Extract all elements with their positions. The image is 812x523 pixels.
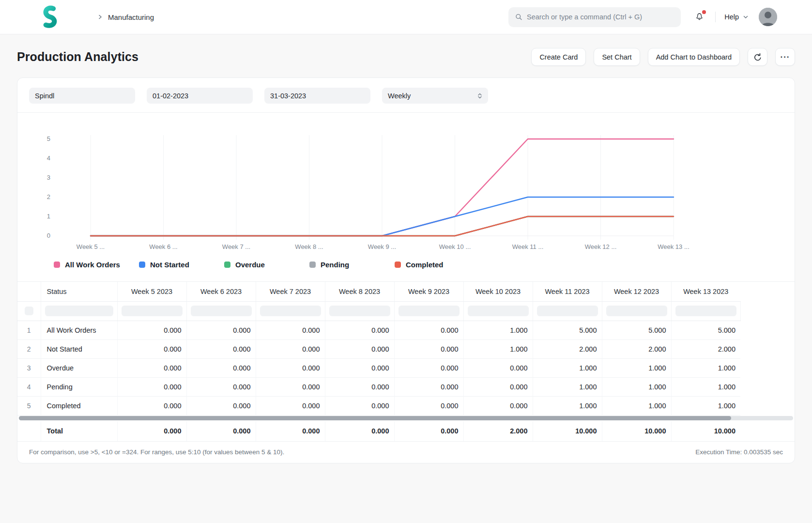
- filter-cell: [394, 301, 463, 321]
- help-label: Help: [724, 13, 739, 21]
- svg-text:Week 11 ...: Week 11 ...: [512, 243, 544, 250]
- column-filter-input[interactable]: [122, 306, 183, 316]
- value-cell: 1.000: [602, 396, 671, 415]
- legend-item[interactable]: Not Started: [139, 261, 224, 269]
- value-cell: 1.000: [602, 377, 671, 396]
- svg-text:Week 10 ...: Week 10 ...: [439, 243, 471, 250]
- value-cell: 0.000: [394, 339, 463, 358]
- chart-legend: All Work OrdersNot StartedOverduePending…: [29, 255, 783, 281]
- breadcrumb-item-manufacturing[interactable]: Manufacturing: [108, 13, 154, 21]
- value-cell: 0.000: [186, 396, 256, 415]
- scrollbar-thumb[interactable]: [19, 416, 731, 420]
- filter-cell: [533, 301, 602, 321]
- value-cell: 1.000: [671, 358, 740, 377]
- global-search[interactable]: [508, 7, 681, 27]
- column-filter-input[interactable]: [398, 306, 460, 316]
- svg-text:Week 13 ...: Week 13 ...: [658, 243, 689, 250]
- value-cell: 0.000: [325, 396, 394, 415]
- column-filter-input[interactable]: [606, 306, 667, 316]
- user-avatar[interactable]: [759, 8, 777, 26]
- line-chart: Week 5 ...Week 6 ...Week 7 ...Week 8 ...…: [17, 113, 795, 281]
- value-cell: 0.000: [325, 358, 394, 377]
- notification-dot: [702, 10, 706, 14]
- column-filter-input[interactable]: [675, 306, 736, 316]
- total-value-cell: 10.000: [533, 421, 602, 441]
- legend-item[interactable]: Overdue: [224, 261, 309, 269]
- svg-text:3: 3: [47, 174, 50, 181]
- column-filter-input[interactable]: [468, 306, 529, 316]
- column-filter-input[interactable]: [191, 306, 252, 316]
- value-cell: 1.000: [671, 396, 740, 415]
- help-menu[interactable]: Help: [724, 13, 749, 21]
- total-table: Total0.0000.0000.0000.0000.0002.00010.00…: [17, 421, 740, 441]
- app-logo[interactable]: [39, 4, 59, 30]
- create-card-button[interactable]: Create Card: [531, 48, 586, 66]
- legend-label: Completed: [406, 261, 444, 269]
- legend-swatch: [54, 262, 60, 268]
- value-cell: 0.000: [117, 321, 186, 339]
- value-cell: 0.000: [463, 377, 533, 396]
- total-value-cell: 0.000: [325, 421, 394, 441]
- column-filter-input[interactable]: [45, 306, 113, 316]
- value-cell: 5.000: [602, 321, 671, 339]
- legend-item[interactable]: All Work Orders: [54, 261, 139, 269]
- value-cell: 5.000: [533, 321, 602, 339]
- column-header[interactable]: Week 11 2023: [533, 282, 602, 301]
- svg-text:1: 1: [47, 213, 50, 220]
- page-header: Production Analytics Create Card Set Cha…: [0, 48, 812, 66]
- column-filter-input[interactable]: [537, 306, 598, 316]
- horizontal-scrollbar[interactable]: [19, 416, 793, 420]
- row-filter-box[interactable]: [25, 307, 33, 315]
- frequency-select[interactable]: Weekly: [382, 88, 488, 104]
- row-index: 4: [17, 377, 41, 396]
- search-input[interactable]: [527, 13, 674, 21]
- avatar-image: [759, 8, 777, 26]
- row-index-header: [17, 282, 41, 301]
- column-header[interactable]: Week 8 2023: [325, 282, 394, 301]
- total-label: Total: [41, 421, 117, 441]
- column-header[interactable]: Status: [41, 282, 117, 301]
- column-filter-input[interactable]: [260, 306, 321, 316]
- row-index: 5: [17, 396, 41, 415]
- status-cell: Completed: [41, 396, 117, 415]
- legend-item[interactable]: Pending: [309, 261, 395, 269]
- total-value-cell: 2.000: [463, 421, 533, 441]
- filter-cell: [17, 301, 41, 321]
- from-date-input[interactable]: [147, 88, 253, 104]
- column-header[interactable]: Week 9 2023: [394, 282, 463, 301]
- row-index: 2: [17, 339, 41, 358]
- more-menu-button[interactable]: ···: [775, 48, 795, 66]
- svg-text:4: 4: [47, 154, 50, 162]
- value-cell: 0.000: [256, 377, 325, 396]
- name-filter-input[interactable]: [29, 88, 135, 104]
- legend-swatch: [139, 262, 145, 268]
- to-date-input[interactable]: [264, 88, 370, 104]
- status-cell: Overdue: [41, 358, 117, 377]
- column-header[interactable]: Week 6 2023: [186, 282, 256, 301]
- table-row: 2Not Started0.0000.0000.0000.0000.0001.0…: [17, 339, 740, 358]
- column-header[interactable]: Week 10 2023: [463, 282, 533, 301]
- value-cell: 0.000: [256, 321, 325, 339]
- svg-text:Week 7 ...: Week 7 ...: [222, 243, 250, 250]
- column-header[interactable]: Week 13 2023: [671, 282, 740, 301]
- value-cell: 1.000: [533, 358, 602, 377]
- column-header[interactable]: Week 12 2023: [602, 282, 671, 301]
- refresh-button[interactable]: [748, 48, 767, 66]
- value-cell: 1.000: [602, 358, 671, 377]
- value-cell: 2.000: [533, 339, 602, 358]
- total-row: Total0.0000.0000.0000.0000.0002.00010.00…: [17, 421, 740, 441]
- set-chart-button[interactable]: Set Chart: [594, 48, 640, 66]
- value-cell: 2.000: [602, 339, 671, 358]
- filter-cell: [671, 301, 740, 321]
- column-header[interactable]: Week 7 2023: [256, 282, 325, 301]
- notifications-button[interactable]: [694, 11, 705, 23]
- value-cell: 0.000: [117, 396, 186, 415]
- chart-canvas: Week 5 ...Week 6 ...Week 7 ...Week 8 ...…: [29, 123, 783, 253]
- breadcrumb: Manufacturing: [97, 13, 154, 21]
- column-header[interactable]: Week 5 2023: [117, 282, 186, 301]
- add-chart-to-dashboard-button[interactable]: Add Chart to Dashboard: [648, 48, 740, 66]
- legend-item[interactable]: Completed: [395, 261, 480, 269]
- column-filter-input[interactable]: [329, 306, 390, 316]
- chevron-right-icon: [97, 14, 104, 20]
- total-value-cell: 10.000: [602, 421, 671, 441]
